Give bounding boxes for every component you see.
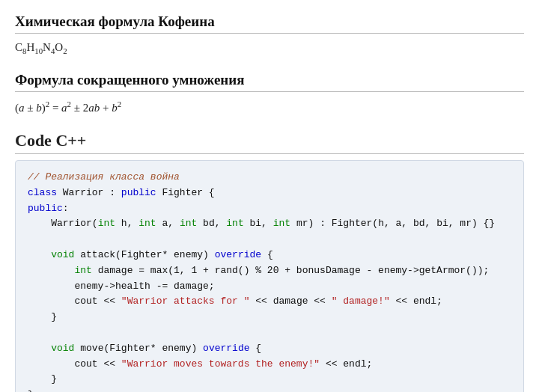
type-void2: void xyxy=(51,343,74,354)
kw-override2: override xyxy=(203,343,249,354)
code-block: // Реализация класса война class Warrior… xyxy=(15,160,524,392)
code-section: Code C++ // Реализация класса война clas… xyxy=(15,131,524,392)
type-int4: int xyxy=(226,218,243,229)
str-damage: " damage!" xyxy=(332,295,390,307)
kw-override1: override xyxy=(215,249,261,260)
code-comment: // Реализация класса война xyxy=(28,171,180,183)
code-divider xyxy=(15,153,524,154)
code-title: Code C++ xyxy=(15,131,524,150)
shortmult-section: Формула сокращенного умножения (a ± b)2 … xyxy=(15,72,524,119)
kw-public: public xyxy=(121,187,156,198)
type-int3: int xyxy=(180,218,197,229)
chemistry-title: Химическая формула Кофеина xyxy=(15,13,524,30)
kw-public2: public xyxy=(28,203,63,214)
kw-class: class xyxy=(28,187,57,198)
chemistry-divider xyxy=(15,33,524,34)
str-move: "Warrior moves towards the enemy!" xyxy=(121,358,320,370)
shortmult-title: Формула сокращенного умножения xyxy=(15,72,524,88)
type-int6: int xyxy=(74,265,91,276)
chemistry-formula: C8H10N4O2 xyxy=(15,40,524,60)
type-int1: int xyxy=(98,218,115,229)
type-int5: int xyxy=(273,218,290,229)
shortmult-formula: (a ± b)2 = a2 ± 2ab + b2 xyxy=(15,98,524,119)
type-void1: void xyxy=(51,249,74,260)
shortmult-divider xyxy=(15,91,524,92)
chemistry-section: Химическая формула Кофеина C8H10N4O2 xyxy=(15,13,524,60)
type-int2: int xyxy=(138,218,156,229)
str-attack: "Warrior attacks for " xyxy=(121,295,250,307)
